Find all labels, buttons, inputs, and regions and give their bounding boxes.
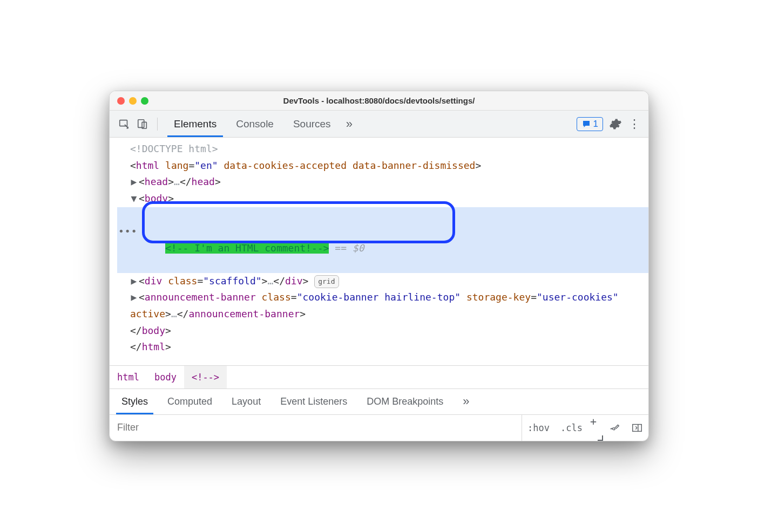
node-actions-icon[interactable]: ••• xyxy=(118,223,138,240)
messages-badge[interactable]: 1 xyxy=(577,117,603,131)
expand-icon[interactable]: ▶ xyxy=(130,174,138,190)
subtabs-overflow[interactable]: » xyxy=(455,389,477,414)
expand-icon[interactable]: ▶ xyxy=(130,289,138,306)
separator xyxy=(157,118,158,131)
div-scaffold[interactable]: ▶<div class="scaffold">…</div> grid xyxy=(117,273,648,290)
html-open[interactable]: <html lang="en" data-cookies-accepted da… xyxy=(117,158,648,174)
collapse-icon[interactable]: ▼ xyxy=(130,190,138,207)
body-open[interactable]: ▼<body> xyxy=(117,190,648,207)
inspect-element-icon[interactable] xyxy=(116,116,132,132)
titlebar: DevTools - localhost:8080/docs/devtools/… xyxy=(110,91,648,111)
subtab-layout[interactable]: Layout xyxy=(224,389,268,414)
crumb-html[interactable]: html xyxy=(110,366,147,388)
main-toolbar: Elements Console Sources » 1 ⋮ xyxy=(110,111,648,138)
toggle-hover-button[interactable]: :hov xyxy=(522,415,555,441)
expand-icon[interactable]: ▶ xyxy=(130,273,138,290)
subtab-styles[interactable]: Styles xyxy=(114,389,155,414)
more-menu-icon[interactable]: ⋮ xyxy=(628,117,642,131)
toggle-class-button[interactable]: .cls xyxy=(555,415,588,441)
svg-rect-0 xyxy=(120,120,127,126)
minimize-window-button[interactable] xyxy=(129,97,137,105)
tab-elements[interactable]: Elements xyxy=(164,111,226,137)
body-close[interactable]: </body> xyxy=(117,323,648,339)
crumb-body[interactable]: body xyxy=(147,366,184,388)
device-toggle-icon[interactable] xyxy=(134,116,151,132)
settings-gear-icon[interactable] xyxy=(608,117,622,131)
close-window-button[interactable] xyxy=(117,97,125,105)
tabs-overflow[interactable]: » xyxy=(341,111,358,137)
grid-badge[interactable]: grid xyxy=(314,275,339,288)
styles-toolbar: :hov .cls + xyxy=(110,415,648,441)
toolbar-right: 1 ⋮ xyxy=(577,117,642,131)
html-close[interactable]: </html> xyxy=(117,339,648,356)
doctype[interactable]: <!DOCTYPE html> xyxy=(117,141,648,158)
announcement-banner[interactable]: ▶<announcement-banner class="cookie-bann… xyxy=(117,289,648,322)
new-style-rule-button[interactable]: + xyxy=(588,415,603,441)
selected-comment-node[interactable]: ••• <!-- I'm an HTML comment!--> == $0 xyxy=(117,207,648,273)
breadcrumbs: html body <!--> xyxy=(110,365,648,389)
maximize-window-button[interactable] xyxy=(141,97,148,105)
window-title: DevTools - localhost:8080/docs/devtools/… xyxy=(110,96,648,105)
devtools-window: DevTools - localhost:8080/docs/devtools/… xyxy=(109,91,649,441)
sidebar-tabs: Styles Computed Layout Event Listeners D… xyxy=(110,389,648,415)
styles-filter-input[interactable] xyxy=(117,415,522,441)
crumb-comment[interactable]: <!--> xyxy=(184,366,227,388)
messages-count: 1 xyxy=(593,119,598,129)
tab-sources[interactable]: Sources xyxy=(283,111,341,137)
subtab-computed[interactable]: Computed xyxy=(160,389,220,414)
panel-tabs: Elements Console Sources » xyxy=(164,111,574,137)
svg-rect-1 xyxy=(138,119,144,127)
head-collapsed[interactable]: ▶<head>…</head> xyxy=(117,174,648,190)
dom-tree[interactable]: <!DOCTYPE html> <html lang="en" data-coo… xyxy=(110,138,648,365)
traffic-lights xyxy=(117,97,148,105)
tab-console[interactable]: Console xyxy=(226,111,283,137)
subtab-dom-breakpoints[interactable]: DOM Breakpoints xyxy=(359,389,451,414)
subtab-event-listeners[interactable]: Event Listeners xyxy=(273,389,355,414)
toggle-computed-sidebar-icon[interactable] xyxy=(626,415,648,441)
paint-brush-icon[interactable] xyxy=(603,415,626,441)
